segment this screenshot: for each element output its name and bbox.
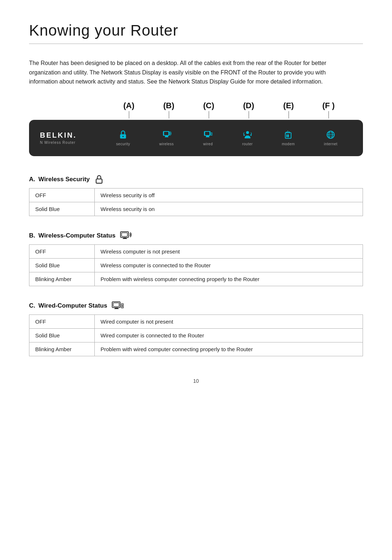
label-f: (F ) xyxy=(309,101,348,118)
router-mockup: BELKIN. N Wireless Router security xyxy=(29,120,363,156)
svg-rect-3 xyxy=(164,132,168,135)
modem-icon xyxy=(283,130,293,140)
indicator-wireless-label: wireless xyxy=(159,142,174,146)
section-b-icon xyxy=(120,231,132,241)
page-container: Knowing your Router The Router has been … xyxy=(0,0,392,413)
svg-rect-5 xyxy=(165,137,168,137)
svg-rect-33 xyxy=(115,308,118,308)
belkin-logo: BELKIN. xyxy=(40,131,83,139)
section-c-table: OFF Wired computer is not present Solid … xyxy=(29,315,363,356)
state-cell: OFF xyxy=(29,188,95,202)
intro-paragraph: The Router has been designed to be place… xyxy=(29,58,341,86)
state-cell: Blinking Amber xyxy=(29,272,95,286)
label-e: (E) xyxy=(269,101,309,118)
page-number: 10 xyxy=(29,378,363,384)
column-labels: (A) (B) (C) (D) (E) (F ) xyxy=(29,101,363,118)
desc-cell: Problem with wired computer connecting p… xyxy=(95,342,363,356)
svg-rect-14 xyxy=(250,134,252,136)
indicator-internet-label: internet xyxy=(324,142,338,146)
table-row: OFF Wireless security is off xyxy=(29,188,363,202)
desc-cell: Wireless computer is connected to the Ro… xyxy=(95,258,363,272)
svg-rect-11 xyxy=(211,133,212,135)
internet-icon xyxy=(326,130,336,140)
svg-rect-4 xyxy=(165,136,168,137)
wireless-icon xyxy=(162,130,172,140)
indicator-wired: wired xyxy=(203,130,213,146)
section-a-table: OFF Wireless security is off Solid Blue … xyxy=(29,188,363,216)
desc-cell: Wireless computer is not present xyxy=(95,244,363,258)
router-icon xyxy=(242,130,253,140)
section-a-icon xyxy=(94,174,104,184)
state-cell: Solid Blue xyxy=(29,202,95,216)
svg-point-1 xyxy=(123,136,124,137)
table-row: Blinking Amber Problem with wired comput… xyxy=(29,342,363,356)
indicator-icons-container: security wireless xyxy=(102,130,352,146)
indicator-security-label: security xyxy=(116,142,130,146)
table-row: Solid Blue Wired computer is connected t… xyxy=(29,328,363,342)
svg-rect-28 xyxy=(122,233,127,236)
table-row: OFF Wireless computer is not present xyxy=(29,244,363,258)
svg-rect-16 xyxy=(286,134,287,137)
table-row: Solid Blue Wireless security is on xyxy=(29,202,363,216)
desc-cell: Wired computer is connected to the Route… xyxy=(95,328,363,342)
svg-rect-17 xyxy=(288,134,289,137)
desc-cell: Problem with wireless computer connectin… xyxy=(95,272,363,286)
page-title: Knowing your Router xyxy=(29,22,363,44)
label-a: (A) xyxy=(109,101,149,118)
desc-cell: Wired computer is not present xyxy=(95,315,363,328)
security-icon xyxy=(118,130,128,140)
svg-rect-26 xyxy=(96,179,102,183)
indicator-modem: modem xyxy=(282,130,295,146)
section-a-header: A. Wireless Security xyxy=(29,174,363,184)
svg-rect-19 xyxy=(287,131,288,133)
label-d: (D) xyxy=(229,101,269,118)
desc-cell: Wireless security is off xyxy=(95,188,363,202)
label-b: (B) xyxy=(149,101,189,118)
state-cell: OFF xyxy=(29,315,95,328)
indicator-security: security xyxy=(116,130,130,146)
section-c-icon xyxy=(111,301,124,311)
svg-rect-30 xyxy=(123,238,127,239)
svg-rect-9 xyxy=(206,137,209,137)
table-row: Solid Blue Wireless computer is connecte… xyxy=(29,258,363,272)
svg-rect-20 xyxy=(289,131,290,133)
belkin-brand: BELKIN. N Wireless Router xyxy=(40,131,83,145)
state-cell: Solid Blue xyxy=(29,258,95,272)
section-b: B. Wireless-Computer Status OFF Wireless… xyxy=(29,231,363,286)
section-b-table: OFF Wireless computer is not present Sol… xyxy=(29,244,363,286)
section-c: C. Wired-Computer Status OFF Wired compu… xyxy=(29,301,363,356)
svg-rect-34 xyxy=(114,308,119,309)
indicator-modem-label: modem xyxy=(282,142,295,146)
section-b-header: B. Wireless-Computer Status xyxy=(29,231,363,241)
section-b-title: B. Wireless-Computer Status xyxy=(29,232,115,239)
section-c-title: C. Wired-Computer Status xyxy=(29,302,107,309)
svg-rect-18 xyxy=(286,131,287,133)
belkin-subtitle: N Wireless Router xyxy=(40,141,83,145)
wired-icon xyxy=(203,130,213,140)
svg-point-12 xyxy=(246,131,249,134)
table-row: OFF Wired computer is not present xyxy=(29,315,363,328)
section-a: A. Wireless Security OFF Wireless securi… xyxy=(29,174,363,216)
svg-rect-7 xyxy=(205,132,209,135)
indicator-router-label: router xyxy=(242,142,253,146)
section-c-header: C. Wired-Computer Status xyxy=(29,301,363,311)
svg-rect-36 xyxy=(122,304,123,307)
state-cell: Blinking Amber xyxy=(29,342,95,356)
indicator-wireless: wireless xyxy=(159,130,174,146)
label-c: (C) xyxy=(189,101,229,118)
state-cell: OFF xyxy=(29,244,95,258)
desc-cell: Wireless security is on xyxy=(95,202,363,216)
section-a-title: A. Wireless Security xyxy=(29,176,90,183)
svg-rect-13 xyxy=(244,134,245,136)
indicator-wired-label: wired xyxy=(203,142,213,146)
svg-rect-8 xyxy=(206,136,209,137)
svg-rect-29 xyxy=(123,238,126,238)
svg-rect-32 xyxy=(113,303,119,307)
indicator-internet: internet xyxy=(324,130,338,146)
state-cell: Solid Blue xyxy=(29,328,95,342)
indicator-router: router xyxy=(242,130,253,146)
table-row: Blinking Amber Problem with wireless com… xyxy=(29,272,363,286)
